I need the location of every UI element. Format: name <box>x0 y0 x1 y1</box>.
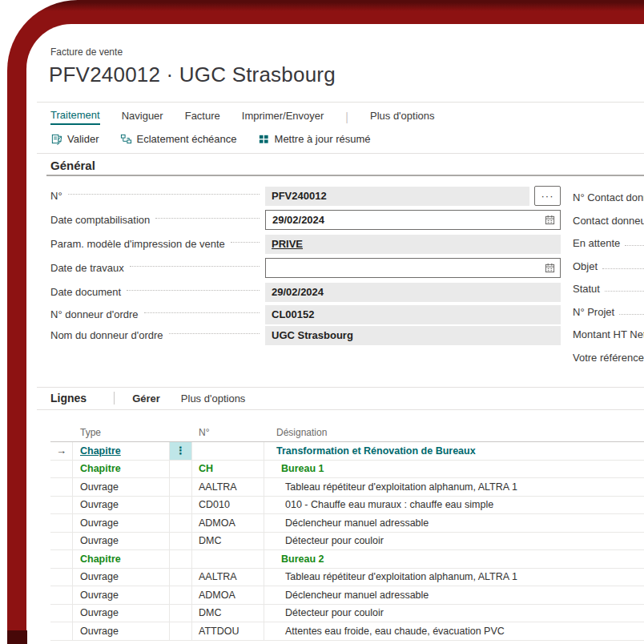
menu-bar: TraitementNaviguerFactureImprimer/Envoye… <box>50 109 435 125</box>
cell-no[interactable]: ADMOA <box>192 514 264 532</box>
row-selector-cell[interactable] <box>50 497 73 514</box>
table-row: OuvrageCD010010 - Chauffe eau muraux : c… <box>50 497 644 515</box>
cell-no[interactable]: CH <box>192 461 264 478</box>
menu-tab-traitement[interactable]: Traitement <box>50 109 100 125</box>
cell-designation[interactable]: Bureau 1 <box>264 461 644 478</box>
field-value-box[interactable]: PFV240012 <box>265 187 529 206</box>
table-row: →Chapitre⋮Transformation et Rénovation d… <box>50 442 644 461</box>
row-menu-cell <box>170 497 192 514</box>
section-heading-general[interactable]: Général <box>50 159 95 172</box>
table-row: OuvrageDMCDétecteur pour couloir <box>50 605 644 623</box>
cell-designation[interactable]: 010 - Chauffe eau muraux : chauffe eau s… <box>264 497 644 514</box>
calendar-icon[interactable] <box>545 215 555 225</box>
table-row: OuvrageAALTRATableau répétiteur d'exploi… <box>50 478 644 497</box>
cell-type[interactable]: Ouvrage <box>73 533 170 550</box>
lines-manage-button[interactable]: Gérer <box>132 392 160 405</box>
field-value-box[interactable]: 29/02/2024 <box>265 283 561 302</box>
section-heading-lines[interactable]: Lignes <box>50 392 87 405</box>
cell-type[interactable]: Ouvrage <box>73 497 170 514</box>
action-bar: ValiderEclatement échéanceMettre à jour … <box>50 133 370 145</box>
cell-type[interactable]: Ouvrage <box>73 478 170 496</box>
cell-designation[interactable]: Tableau répétiteur d'exploitation alphan… <box>264 478 644 496</box>
cell-designation[interactable]: Déclencheur manuel adressable <box>264 514 644 532</box>
cell-no[interactable] <box>192 550 264 568</box>
field-value: PFV240012 <box>272 190 327 202</box>
row-selector-cell[interactable] <box>50 461 73 478</box>
calendar-icon[interactable] <box>545 263 555 273</box>
field-label: N° <box>50 190 62 202</box>
row-selector-cell[interactable] <box>50 622 73 640</box>
breadcrumb[interactable]: Facture de vente <box>50 46 123 58</box>
cell-type[interactable]: Chapitre <box>73 461 170 478</box>
date-input[interactable]: 29/02/2024 <box>265 210 561 230</box>
cell-type[interactable]: Ouvrage <box>73 605 170 622</box>
row-selector-cell[interactable] <box>50 533 73 550</box>
form-field-row: N°PFV240012··· <box>50 186 561 206</box>
menu-tab-imprimer-envoyer[interactable]: Imprimer/Envoyer <box>242 110 324 124</box>
cell-designation[interactable]: Détecteur pour couloir <box>264 533 644 550</box>
field-value-box[interactable]: UGC Strasbourg <box>265 326 561 345</box>
row-selector-cell[interactable] <box>50 550 73 568</box>
cell-no[interactable]: DMC <box>192 533 264 550</box>
table-row: OuvrageATTDOUAttentes eau froide, eau ch… <box>50 622 644 641</box>
column-header-designation[interactable]: Désignation <box>264 424 644 441</box>
cell-designation[interactable]: Tableau répétiteur d'exploitation alphan… <box>264 569 644 586</box>
cell-type[interactable]: Chapitre <box>73 550 170 568</box>
leader-dots <box>625 245 644 246</box>
cell-designation[interactable]: Transformation et Rénovation de Bureaux <box>264 442 644 460</box>
row-menu-cell <box>170 622 192 640</box>
row-selector-cell[interactable] <box>50 605 73 622</box>
cell-designation[interactable]: Attentes eau froide, eau chaude, évacuat… <box>264 622 644 640</box>
form-field-row-right: Contact donneur <box>573 214 644 227</box>
table-row: OuvrageDMCDétecteur pour couloir <box>50 533 644 551</box>
menu-tab-facture[interactable]: Facture <box>185 110 220 124</box>
field-value-box[interactable]: PRIVE <box>265 235 561 254</box>
lines-table-header: Type N° Désignation <box>50 424 644 442</box>
menu-tab-naviguer[interactable]: Naviguer <box>122 110 163 124</box>
cell-type[interactable]: Chapitre <box>73 442 170 460</box>
column-header-type[interactable]: Type <box>73 424 170 441</box>
cell-type[interactable]: Ouvrage <box>73 569 170 586</box>
cell-type[interactable]: Ouvrage <box>73 622 170 640</box>
cell-designation[interactable]: Bureau 2 <box>264 550 644 568</box>
lines-more-options-button[interactable]: Plus d'options <box>181 392 246 405</box>
field-control: 29/02/2024 <box>265 210 561 230</box>
cell-designation[interactable]: Déclencheur manuel adressable <box>264 586 644 604</box>
field-value: UGC Strasbourg <box>272 329 353 341</box>
row-menu-cell <box>170 550 192 568</box>
row-selector-cell[interactable] <box>50 569 73 586</box>
field-label: Objet <box>573 260 598 272</box>
menu-more-options[interactable]: Plus d'options <box>370 110 435 124</box>
row-selector-cell[interactable]: → <box>50 442 73 460</box>
cell-designation[interactable]: Détecteur pour couloir <box>264 605 644 622</box>
field-label: Statut <box>573 283 600 295</box>
decorative-red-frame-bottom <box>7 630 27 644</box>
column-header-no[interactable]: N° <box>192 424 264 441</box>
field-label: N° Projet <box>573 306 614 318</box>
row-selector-cell[interactable] <box>50 478 73 496</box>
cell-no[interactable] <box>192 442 264 460</box>
cell-type[interactable]: Ouvrage <box>73 514 170 532</box>
action-button-eclatement-ch-ance[interactable]: Eclatement échéance <box>120 133 237 145</box>
cell-no[interactable]: ADMOA <box>192 586 264 604</box>
form-field-row-right: N° Contact donne <box>573 191 644 203</box>
cell-type[interactable]: Ouvrage <box>73 586 170 604</box>
row-more-options-icon[interactable]: ⋮ <box>170 442 191 460</box>
date-input[interactable] <box>265 258 561 278</box>
cell-no[interactable]: ATTDOU <box>192 622 264 640</box>
date-value: 29/02/2024 <box>272 214 545 226</box>
row-menu-cell <box>170 514 192 532</box>
table-row: ChapitreCHBureau 1 <box>50 461 644 479</box>
refresh-grid-icon <box>258 133 270 145</box>
cell-no[interactable]: CD010 <box>192 497 264 514</box>
cell-no[interactable]: AALTRA <box>192 478 264 496</box>
cell-no[interactable]: DMC <box>192 605 264 622</box>
row-selector-cell[interactable] <box>50 514 73 532</box>
field-control: 29/02/2024 <box>265 282 561 302</box>
action-button-valider[interactable]: Valider <box>50 133 99 145</box>
cell-no[interactable]: AALTRA <box>192 569 264 586</box>
ellipsis-lookup-button[interactable]: ··· <box>534 186 561 206</box>
field-value-box[interactable]: CL00152 <box>265 305 561 324</box>
action-button-mettre-jour-r-sum-[interactable]: Mettre à jour résumé <box>258 133 371 145</box>
row-selector-cell[interactable] <box>50 586 73 604</box>
